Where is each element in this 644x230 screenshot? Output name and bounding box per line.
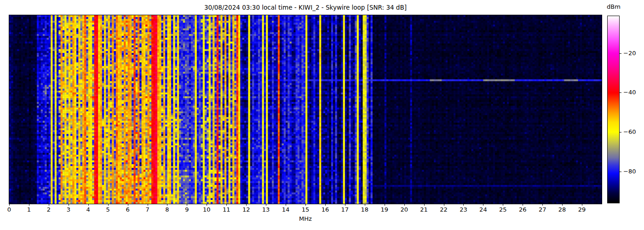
x-tick-label: 12 xyxy=(237,206,255,213)
x-tick-mark xyxy=(562,204,563,206)
x-tick-mark xyxy=(167,204,167,206)
x-tick-label: 11 xyxy=(217,206,236,213)
x-tick-label: 19 xyxy=(375,206,394,213)
x-tick-label: 1 xyxy=(20,206,38,213)
x-tick-mark xyxy=(69,204,69,206)
x-tick-label: 21 xyxy=(415,206,433,213)
x-tick-label: 4 xyxy=(79,206,98,213)
x-tick-mark xyxy=(325,204,326,206)
x-tick-mark xyxy=(266,204,266,206)
x-tick-label: 26 xyxy=(513,206,532,213)
x-tick-label: 6 xyxy=(119,206,137,213)
colorbar-tick-mark xyxy=(620,53,621,54)
x-tick-mark xyxy=(385,204,385,206)
colorbar-tick-mark xyxy=(620,92,621,93)
x-tick-mark xyxy=(483,204,483,206)
x-tick-mark xyxy=(226,204,227,206)
x-tick-mark xyxy=(29,204,29,206)
x-tick-mark xyxy=(207,204,207,206)
x-axis-label: MHz xyxy=(9,215,602,222)
x-tick-label: 7 xyxy=(138,206,157,213)
figure-title: 30/08/2024 03:30 local time - KIWI_2 - S… xyxy=(9,3,602,12)
x-tick-mark xyxy=(503,204,503,206)
x-tick-label: 15 xyxy=(296,206,315,213)
x-tick-label: 5 xyxy=(99,206,117,213)
spectrogram-figure: 30/08/2024 03:30 local time - KIWI_2 - S… xyxy=(0,0,644,230)
x-tick-label: 14 xyxy=(276,206,295,213)
x-tick-mark xyxy=(49,204,49,206)
x-tick-mark xyxy=(148,204,148,206)
colorbar-tick-label: −60 xyxy=(623,129,636,135)
x-tick-mark xyxy=(424,204,425,206)
x-tick-label: 28 xyxy=(553,206,571,213)
x-tick-mark xyxy=(88,204,89,206)
x-tick-mark xyxy=(463,204,464,206)
x-tick-mark xyxy=(345,204,345,206)
x-tick-label: 17 xyxy=(336,206,354,213)
x-tick-label: 0 xyxy=(0,206,18,213)
x-tick-label: 10 xyxy=(197,206,216,213)
colorbar-label: dBm xyxy=(601,3,627,10)
x-tick-mark xyxy=(9,204,10,206)
colorbar-tick-label: −20 xyxy=(623,50,636,57)
waterfall-plot-area xyxy=(9,15,602,204)
colorbar-tick-mark xyxy=(620,132,621,132)
colorbar xyxy=(607,16,620,203)
x-tick-label: 29 xyxy=(573,206,591,213)
x-tick-mark xyxy=(582,204,582,206)
x-tick-mark xyxy=(286,204,286,206)
x-tick-mark xyxy=(246,204,247,206)
x-tick-label: 3 xyxy=(59,206,78,213)
x-tick-mark xyxy=(523,204,523,206)
x-tick-label: 2 xyxy=(40,206,58,213)
x-tick-label: 24 xyxy=(474,206,492,213)
x-tick-label: 22 xyxy=(435,206,453,213)
waterfall-canvas xyxy=(9,15,602,204)
x-tick-mark xyxy=(404,204,405,206)
x-tick-mark xyxy=(305,204,306,206)
x-tick-label: 9 xyxy=(178,206,196,213)
x-tick-label: 23 xyxy=(454,206,472,213)
x-tick-mark xyxy=(365,204,365,206)
x-tick-label: 8 xyxy=(158,206,176,213)
x-tick-label: 25 xyxy=(494,206,512,213)
x-tick-label: 27 xyxy=(533,206,552,213)
x-tick-label: 16 xyxy=(316,206,334,213)
colorbar-tick-mark xyxy=(620,172,621,172)
x-tick-mark xyxy=(108,204,109,206)
x-tick-label: 13 xyxy=(257,206,275,213)
x-tick-label: 18 xyxy=(356,206,374,213)
colorbar-tick-label: −40 xyxy=(623,89,636,96)
x-tick-mark xyxy=(542,204,543,206)
x-tick-mark xyxy=(187,204,187,206)
x-tick-mark xyxy=(444,204,444,206)
x-tick-label: 20 xyxy=(395,206,414,213)
colorbar-tick-label: −80 xyxy=(623,168,636,175)
x-tick-mark xyxy=(128,204,128,206)
